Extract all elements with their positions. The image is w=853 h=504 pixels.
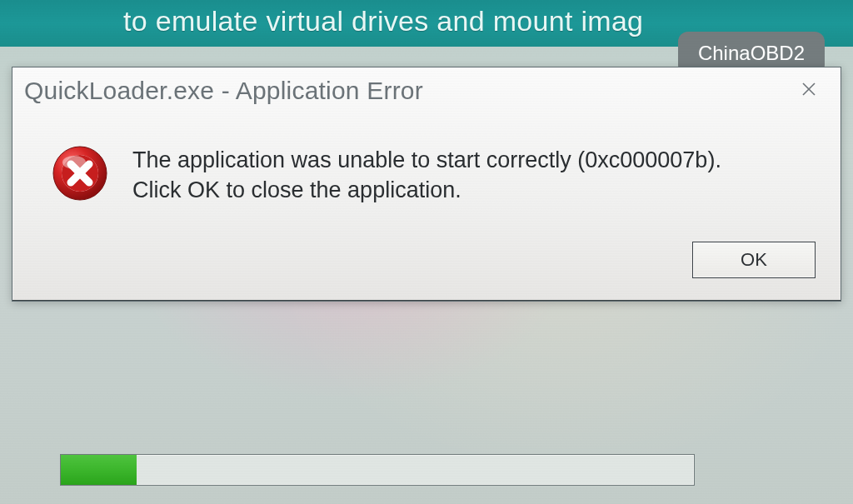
ok-button-label: OK <box>741 249 767 271</box>
dialog-border-accent <box>12 300 841 301</box>
background-header-text: to emulate virtual drives and mount imag <box>123 5 643 37</box>
screen: to emulate virtual drives and mount imag… <box>0 0 853 504</box>
dialog-body: The application was unable to start corr… <box>12 114 841 213</box>
dialog-title: QuickLoader.exe - Application Error <box>24 77 423 105</box>
close-button[interactable] <box>791 76 827 106</box>
progress-bar-fill <box>61 455 137 485</box>
dialog-button-row: OK <box>12 213 841 300</box>
close-icon <box>801 81 817 101</box>
error-icon <box>51 144 109 202</box>
progress-bar <box>60 454 695 486</box>
watermark-label: ChinaOBD2 <box>698 42 805 64</box>
error-dialog: QuickLoader.exe - Application Error <box>12 67 841 302</box>
dialog-message: The application was unable to start corr… <box>132 144 721 205</box>
dialog-message-line1: The application was unable to start corr… <box>132 146 721 176</box>
dialog-message-line2: Click OK to close the application. <box>132 176 721 206</box>
dialog-titlebar[interactable]: QuickLoader.exe - Application Error <box>12 67 841 114</box>
svg-point-7 <box>62 156 86 169</box>
ok-button[interactable]: OK <box>692 242 816 278</box>
